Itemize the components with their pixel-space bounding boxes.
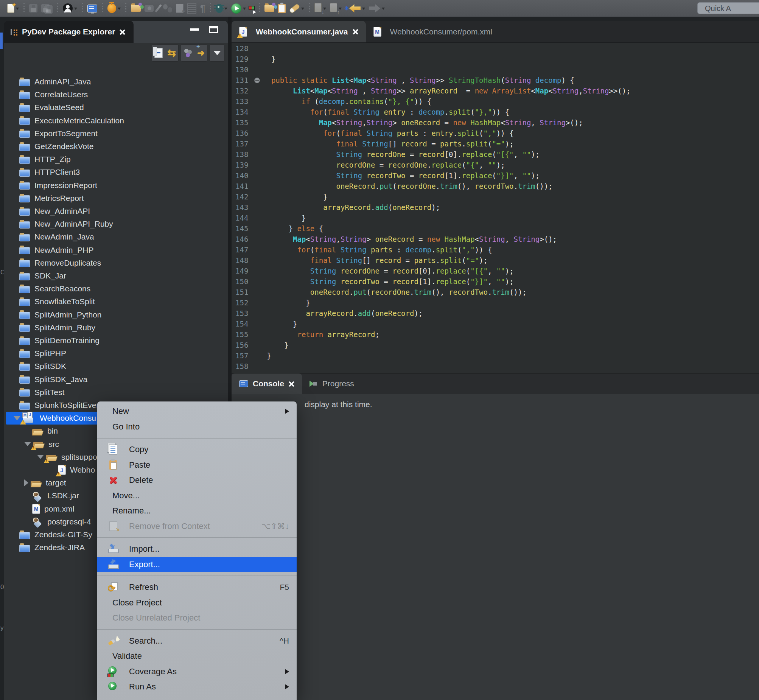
tree-item-exporttosegment[interactable]: ExportToSegment	[4, 127, 228, 140]
package-presentation-icon[interactable]	[184, 49, 192, 57]
console-view-button[interactable]	[87, 2, 97, 15]
menu-item-validate[interactable]: Validate	[97, 648, 297, 664]
close-icon[interactable]	[120, 29, 125, 35]
collapse-all-icon[interactable]	[155, 48, 163, 58]
screenshot-button[interactable]	[145, 2, 154, 15]
expander-down-icon[interactable]	[37, 455, 44, 459]
tree-item-splitsdk[interactable]: SplitSDK	[4, 360, 228, 373]
tree-item-metricsreport[interactable]: MetricsReport	[4, 192, 228, 205]
tree-item-searchbeacons[interactable]: SearchBeacons	[4, 282, 228, 295]
tree-item-splittest[interactable]: SplitTest	[4, 386, 228, 399]
tree-item-newadmin-php[interactable]: NewAdmin_PHP	[4, 244, 228, 256]
tree-item-newadmin-java[interactable]: NewAdmin_Java	[4, 230, 228, 243]
menu-item-move[interactable]: Move...	[97, 488, 297, 504]
list-button[interactable]	[187, 2, 196, 15]
menu-item-go-into[interactable]: Go Into	[97, 419, 297, 435]
maximize-icon[interactable]	[209, 26, 218, 33]
compare-button[interactable]	[176, 2, 184, 15]
tree-item-new-adminapi[interactable]: New_AdminAPI	[4, 205, 228, 217]
chevron-down-icon[interactable]	[74, 8, 77, 11]
menu-item-coverage-as[interactable]: Coverage As	[97, 664, 297, 680]
code-line: 150 String recordTwo = record[1].replace…	[231, 276, 759, 287]
open-folder-icon: !	[33, 440, 44, 448]
tree-item-splitadmin-python[interactable]: SplitAdmin_Python	[4, 308, 228, 321]
prev-annotation-button[interactable]: ↑	[330, 2, 342, 15]
tree-item-sdk-jar[interactable]: SDK_Jar	[4, 269, 228, 282]
chevron-down-icon[interactable]	[224, 8, 227, 11]
forward-button[interactable]	[369, 2, 385, 15]
save-all-button[interactable]	[41, 2, 53, 15]
tree-item-splitsdk-java[interactable]: SplitSDK_Java	[4, 373, 228, 386]
expander-right-icon[interactable]	[24, 480, 28, 486]
menu-item-export[interactable]: Export...	[97, 557, 297, 572]
menu-item-paste[interactable]: Paste	[97, 458, 297, 473]
tree-item-label: SplitAdmin_Python	[34, 310, 102, 319]
back-button[interactable]	[349, 2, 365, 15]
tree-item-correlateusers[interactable]: CorrelateUsers	[4, 88, 228, 101]
fold-marker-icon[interactable]	[254, 78, 260, 83]
save-button[interactable]	[29, 2, 37, 15]
tree-item-getzendeskvote[interactable]: GetZendeskVote	[4, 140, 228, 153]
menu-item-run-as[interactable]: Run As	[97, 679, 297, 695]
sketch-button[interactable]	[158, 2, 159, 15]
folder-icon	[19, 103, 30, 112]
chevron-down-icon[interactable]	[382, 8, 385, 11]
tree-item-evaluateseed[interactable]: EvaluateSeed	[4, 101, 228, 114]
code-editor[interactable]: 128129 }130131 public static List<Map<St…	[231, 43, 759, 373]
coverage-button[interactable]	[250, 2, 254, 15]
run-button[interactable]	[231, 2, 246, 15]
next-annotation-button[interactable]: ↓	[314, 2, 326, 15]
chevron-down-icon[interactable]	[118, 8, 121, 11]
open-task-button[interactable]	[131, 2, 141, 15]
mark-occurrences-button[interactable]	[289, 2, 304, 15]
minimize-icon[interactable]	[190, 28, 199, 31]
tree-item-http-zip[interactable]: HTTP_Zip	[4, 153, 228, 166]
debug-button[interactable]	[216, 2, 227, 15]
mylyn-task-button[interactable]	[108, 2, 121, 15]
tree-item-httpclient3[interactable]: HTTPClient3	[4, 166, 228, 178]
java-file-icon: J!	[239, 27, 247, 37]
tree-item-removeduplicates[interactable]: RemoveDuplicates	[4, 256, 228, 269]
tree-item-splitdemotraining[interactable]: SplitDemoTraining	[4, 334, 228, 347]
chevron-down-icon[interactable]	[243, 8, 246, 11]
editor-tab-webhookconsumer-pom-xml[interactable]: MWebhookConsumer/pom.xml	[366, 21, 500, 42]
menu-item-import[interactable]: Import...	[97, 541, 297, 557]
bugs-button[interactable]	[163, 2, 172, 15]
show-whitespace-button[interactable]: ¶	[200, 2, 205, 15]
line-number: 133	[231, 96, 254, 107]
menu-item-new[interactable]: New	[97, 404, 297, 419]
link-with-editor-icon[interactable]: ⇆	[167, 48, 176, 58]
profile-button[interactable]	[63, 2, 77, 15]
view-menu-icon[interactable]	[214, 51, 220, 55]
menu-item-close-project[interactable]: Close Project	[97, 595, 297, 611]
tree-item-snowflaketosplit[interactable]: SnowflakeToSplit	[4, 295, 228, 308]
console-tab-console[interactable]: Console	[231, 373, 302, 394]
tab-pydev-package-explorer[interactable]: PyDev Package Explorer	[4, 21, 134, 43]
code-line: 141 oneRecord.put(recordOne.trim(), reco…	[231, 181, 759, 191]
menu-item-remove-from-context: Remove from Context⌥⇧⌘↓	[97, 519, 297, 534]
quick-access-input[interactable]: Quick A	[697, 2, 759, 14]
tree-item-impressionreport[interactable]: ImpressionReport	[4, 179, 228, 192]
menu-item-search[interactable]: Search...^H	[97, 633, 297, 649]
paste-clipboard-button[interactable]	[278, 2, 286, 15]
console-tab-progress[interactable]: Progress	[302, 373, 362, 394]
tree-item-executemetriccalculation[interactable]: ExecuteMetricCalculation	[4, 114, 228, 127]
open-type-button[interactable]	[264, 2, 274, 15]
menu-item-refresh[interactable]: RefreshF5	[97, 580, 297, 595]
menu-item-copy[interactable]: Copy	[97, 442, 297, 458]
focus-task-icon[interactable]: ➜	[197, 48, 205, 58]
menu-item-delete[interactable]: Delete	[97, 473, 297, 488]
chevron-down-icon[interactable]	[362, 8, 365, 11]
expander-down-icon[interactable]	[14, 416, 20, 420]
tree-item-adminapi-java[interactable]: AdminAPI_Java	[4, 75, 228, 88]
chevron-down-icon[interactable]	[301, 8, 304, 11]
new-wizard-button[interactable]: ✦	[7, 2, 19, 15]
menu-item-rename[interactable]: Rename...	[97, 503, 297, 519]
tree-item-new-adminapi-ruby[interactable]: New_AdminAPI_Ruby	[4, 217, 228, 230]
tree-item-splitadmin-ruby[interactable]: SplitAdmin_Ruby	[4, 321, 228, 334]
close-icon[interactable]	[289, 381, 294, 387]
expander-down-icon[interactable]	[24, 442, 31, 446]
tree-item-splitphp[interactable]: SplitPHP	[4, 347, 228, 360]
editor-tab-webhookconsumer-java[interactable]: J!WebhookConsumer.java	[231, 21, 366, 42]
close-icon[interactable]	[353, 29, 358, 34]
